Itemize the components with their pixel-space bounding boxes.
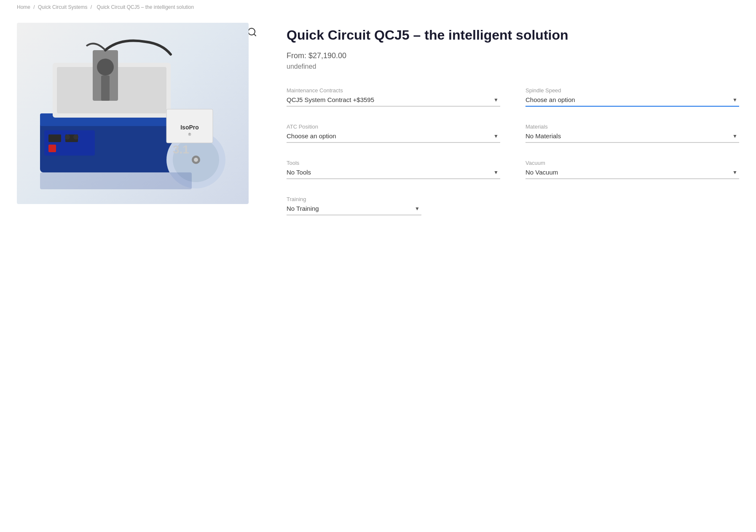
page-container: IsoPro ® 3.1 Quick Circuit QCJ5 – the in…: [0, 14, 756, 224]
atc-select-wrapper[interactable]: Choose an option ▼: [287, 132, 500, 143]
svg-point-11: [73, 134, 78, 140]
materials-select-wrapper[interactable]: No Materials Materials Package ▼: [525, 132, 739, 143]
training-select-wrapper[interactable]: No Training On-site Training ▼: [287, 205, 421, 215]
svg-rect-9: [48, 145, 56, 152]
product-price-note: undefined: [287, 63, 739, 70]
atc-label: ATC Position: [287, 124, 500, 130]
option-group-tools: Tools No Tools Tools Package ▼: [287, 160, 500, 179]
svg-text:3.1: 3.1: [173, 143, 189, 156]
svg-point-18: [194, 158, 198, 162]
svg-text:IsoPro: IsoPro: [180, 124, 199, 131]
spindle-select[interactable]: Choose an option: [525, 96, 739, 103]
breadcrumb-home[interactable]: Home: [17, 4, 30, 10]
breadcrumb-category[interactable]: Quick Circuit Systems: [38, 4, 87, 10]
maintenance-label: Maintenance Contracts: [287, 87, 500, 94]
svg-rect-23: [40, 172, 192, 189]
options-grid: Maintenance Contracts QCJ5 System Contra…: [287, 87, 739, 179]
vacuum-label: Vacuum: [525, 160, 739, 166]
product-details-section: Quick Circuit QCJ5 – the intelligent sol…: [287, 23, 739, 215]
training-select[interactable]: No Training On-site Training: [287, 205, 421, 212]
product-price: From: $27,190.00: [287, 51, 739, 60]
product-image-section: IsoPro ® 3.1: [17, 23, 261, 215]
tools-select[interactable]: No Tools Tools Package: [287, 169, 500, 176]
atc-select[interactable]: Choose an option: [287, 132, 500, 140]
svg-point-13: [97, 59, 114, 75]
product-image: IsoPro ® 3.1: [17, 23, 249, 204]
option-group-atc: ATC Position Choose an option ▼: [287, 124, 500, 143]
training-section: Training No Training On-site Training ▼: [287, 196, 739, 215]
option-group-training: Training No Training On-site Training ▼: [287, 196, 421, 215]
tools-select-wrapper[interactable]: No Tools Tools Package ▼: [287, 169, 500, 179]
option-group-vacuum: Vacuum No Vacuum Vacuum System ▼: [525, 160, 739, 179]
svg-point-10: [65, 134, 70, 140]
maintenance-select-wrapper[interactable]: QCJ5 System Contract +$3595 No Contract …: [287, 96, 500, 107]
vacuum-select-wrapper[interactable]: No Vacuum Vacuum System ▼: [525, 169, 739, 179]
svg-text:®: ®: [188, 132, 191, 137]
option-group-maintenance: Maintenance Contracts QCJ5 System Contra…: [287, 87, 500, 107]
spindle-select-wrapper[interactable]: Choose an option ▼: [525, 96, 739, 107]
svg-rect-7: [48, 134, 61, 142]
training-label: Training: [287, 196, 421, 202]
option-group-spindle: Spindle Speed Choose an option ▼: [525, 87, 739, 107]
tools-label: Tools: [287, 160, 500, 166]
vacuum-select[interactable]: No Vacuum Vacuum System: [525, 169, 739, 176]
breadcrumb: Home / Quick Circuit Systems / Quick Cir…: [0, 0, 756, 14]
option-group-materials: Materials No Materials Materials Package…: [525, 124, 739, 143]
svg-line-1: [254, 34, 256, 36]
svg-rect-14: [101, 75, 110, 101]
materials-label: Materials: [525, 124, 739, 130]
breadcrumb-current: Quick Circuit QCJ5 – the intelligent sol…: [97, 4, 194, 10]
spindle-label: Spindle Speed: [525, 87, 739, 94]
materials-select[interactable]: No Materials Materials Package: [525, 132, 739, 140]
product-title: Quick Circuit QCJ5 – the intelligent sol…: [287, 27, 739, 43]
maintenance-select[interactable]: QCJ5 System Contract +$3595 No Contract: [287, 96, 500, 103]
